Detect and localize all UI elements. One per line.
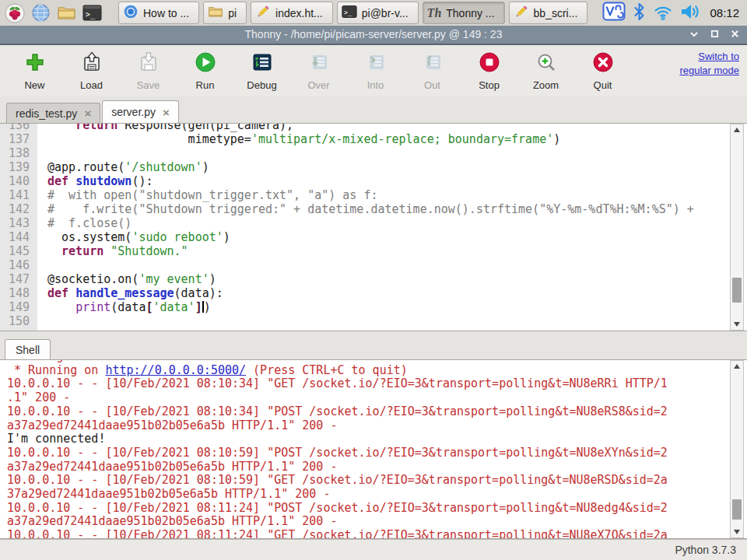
status-bar: Python 3.7.3 bbox=[0, 539, 747, 560]
tab-shell[interactable]: Shell bbox=[5, 339, 51, 359]
code-editor[interactable]: 136 return Response(gen(pi_camera),137 m… bbox=[0, 123, 747, 331]
editor-line: 143# f.close() bbox=[0, 216, 747, 230]
shell-line: 10.0.0.10 - - [10/Feb/2021 08:11:24] "PO… bbox=[7, 502, 747, 516]
taskbar-app-index-html[interactable]: index.ht... bbox=[251, 2, 333, 24]
stop-button[interactable]: Stop bbox=[461, 45, 517, 96]
code-text[interactable]: # f.write("Shutdown triggered:" + dateti… bbox=[37, 202, 694, 216]
step-out-button: Out bbox=[404, 45, 461, 96]
stop-icon bbox=[479, 51, 500, 76]
line-number: 145 bbox=[0, 244, 37, 258]
line-number: 138 bbox=[0, 146, 37, 160]
code-text[interactable]: def handle_message(data): bbox=[37, 286, 223, 300]
maximize-icon[interactable] bbox=[710, 30, 719, 39]
minimize-icon[interactable] bbox=[689, 30, 699, 39]
code-text[interactable] bbox=[37, 258, 47, 272]
new-button[interactable]: New bbox=[6, 45, 63, 96]
editor-scrollbar[interactable] bbox=[730, 124, 744, 331]
bluetooth-icon[interactable] bbox=[633, 2, 646, 24]
svg-text:>_: >_ bbox=[344, 9, 352, 16]
line-number: 149 bbox=[0, 300, 37, 314]
scroll-up-icon[interactable] bbox=[731, 361, 743, 372]
taskbar-app-bb-script[interactable]: bb_scri... bbox=[509, 2, 588, 24]
step-out-icon bbox=[422, 51, 444, 76]
run-button[interactable]: Run bbox=[177, 45, 233, 96]
code-text[interactable] bbox=[37, 314, 47, 328]
debug-button[interactable]: Debug bbox=[233, 45, 290, 96]
line-number: 136 bbox=[0, 123, 37, 132]
code-text[interactable]: print(data['data']) bbox=[37, 300, 211, 314]
shell-line: 37a29ed72441daae951b02b05e6a5b HTTP/1.1"… bbox=[7, 488, 747, 502]
code-text[interactable] bbox=[37, 146, 47, 160]
line-number: 146 bbox=[0, 258, 37, 272]
code-text[interactable]: mimetype='multipart/x-mixed-replace; bou… bbox=[37, 132, 560, 146]
step-over-button: Over bbox=[290, 45, 347, 96]
shell-tab-label: Shell bbox=[16, 344, 40, 356]
editor-line: 142# f.write("Shutdown triggered:" + dat… bbox=[0, 202, 747, 216]
line-number: 148 bbox=[0, 286, 37, 300]
code-text[interactable]: os.system('sudo reboot') bbox=[37, 230, 230, 244]
taskbar-app-label: bb_scri... bbox=[534, 7, 578, 19]
taskbar-app-label: Thonny ... bbox=[446, 7, 494, 19]
switch-to-regular-mode-link[interactable]: Switch to regular mode bbox=[672, 50, 739, 78]
wifi-icon[interactable] bbox=[653, 2, 673, 24]
clock[interactable]: 08:12 bbox=[710, 6, 739, 19]
shell-panel[interactable]: * Debug mode: off * Running on http://0.… bbox=[0, 359, 747, 539]
shell-output: * Debug mode: off * Running on http://0.… bbox=[0, 359, 747, 539]
code-text[interactable]: # f.close() bbox=[37, 216, 132, 230]
server-url-link[interactable]: http://0.0.0.0:5000/ bbox=[105, 363, 246, 377]
taskbar-app-terminal[interactable]: >_ pi@br-v... bbox=[337, 2, 419, 24]
editor-scrollbar-thumb[interactable] bbox=[732, 278, 742, 303]
code-text[interactable]: return "Shutdown." bbox=[37, 244, 188, 258]
python-version: Python 3.7.3 bbox=[675, 544, 736, 556]
volume-icon[interactable] bbox=[680, 2, 700, 24]
terminal-launcher-icon[interactable]: >_ bbox=[82, 3, 102, 23]
new-button-label: New bbox=[24, 79, 44, 91]
shell-line: I'm connected! bbox=[7, 432, 747, 446]
editor-line: 139@app.route('/shutdown') bbox=[0, 160, 747, 174]
svg-text:>_: >_ bbox=[85, 9, 95, 19]
taskbar-app-label: index.ht... bbox=[275, 7, 323, 19]
code-text[interactable]: @app.route('/shutdown') bbox=[37, 160, 209, 174]
shell-scrollbar[interactable] bbox=[730, 360, 744, 538]
run-button-label: Run bbox=[196, 79, 215, 91]
file-manager-icon[interactable] bbox=[56, 3, 76, 23]
code-text[interactable]: return Response(gen(pi_camera), bbox=[37, 123, 293, 132]
line-number: 139 bbox=[0, 160, 37, 174]
code-text[interactable]: # with open("shutdown_trigger.txt", "a")… bbox=[37, 188, 377, 202]
close-icon[interactable] bbox=[731, 30, 739, 39]
line-number: 144 bbox=[0, 230, 37, 244]
taskbar-app-pi-folder[interactable]: pi bbox=[203, 2, 247, 24]
taskbar-apps: How to ... pi index.ht... >_ pi@br-v... … bbox=[118, 2, 587, 24]
taskbar-app-howto[interactable]: How to ... bbox=[118, 2, 199, 24]
code-text[interactable]: @socketio.on('my event') bbox=[37, 272, 216, 286]
thonny-icon: Th bbox=[427, 6, 442, 20]
zoom-button[interactable]: Zoom bbox=[517, 45, 574, 96]
scroll-down-icon[interactable] bbox=[731, 319, 743, 330]
raspberry-menu-icon[interactable] bbox=[5, 3, 25, 23]
taskbar-app-label: pi bbox=[228, 7, 237, 19]
pencil-icon bbox=[514, 4, 529, 22]
quit-button-label: Quit bbox=[594, 79, 612, 91]
editor-line: 144 os.system('sudo reboot') bbox=[0, 230, 747, 244]
scroll-up-icon[interactable] bbox=[731, 124, 743, 135]
desktop: >_ How to ... pi index.ht... >_ pi@br-v.… bbox=[0, 0, 747, 560]
tab-redis-test[interactable]: redis_test.py × bbox=[6, 103, 100, 123]
code-text[interactable]: def shutdown(): bbox=[37, 174, 153, 188]
step-out-button-label: Out bbox=[424, 79, 440, 91]
editor-line: 147@socketio.on('my event') bbox=[0, 272, 747, 286]
save-button: Save bbox=[120, 45, 177, 96]
web-browser-icon[interactable] bbox=[30, 3, 51, 23]
editor-line: 140def shutdown(): bbox=[0, 174, 747, 188]
toolbar: New Load Save Run Debug Over Into Out bbox=[0, 45, 747, 96]
tab-server-py[interactable]: server.py × bbox=[102, 100, 179, 123]
taskbar-app-thonny[interactable]: Th Thonny ... bbox=[423, 2, 505, 24]
tab-close-icon[interactable]: × bbox=[163, 107, 170, 118]
window-titlebar[interactable]: Thonny - /home/pi/picam-server/server.py… bbox=[0, 26, 747, 45]
shell-line: 10.0.0.10 - - [10/Feb/2021 08:11:24] "GE… bbox=[7, 529, 747, 539]
shell-scrollbar-thumb[interactable] bbox=[732, 499, 742, 520]
tab-close-icon[interactable]: × bbox=[84, 107, 91, 119]
load-button[interactable]: Load bbox=[63, 45, 120, 96]
scroll-down-icon[interactable] bbox=[731, 527, 743, 537]
vnc-icon[interactable] bbox=[602, 2, 626, 24]
quit-button[interactable]: Quit bbox=[574, 45, 631, 96]
